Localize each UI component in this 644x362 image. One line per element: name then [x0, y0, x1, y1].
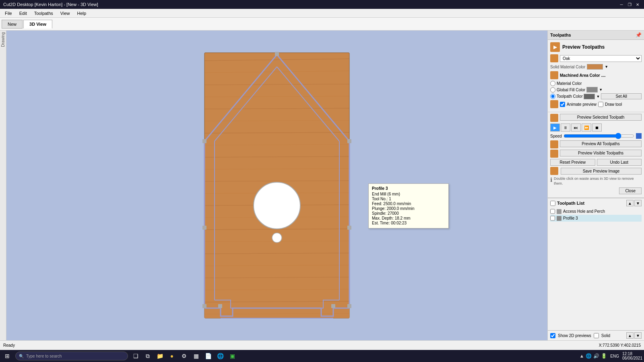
toolpath-color-radio[interactable] [550, 94, 555, 99]
menu-file[interactable]: File [2, 10, 15, 16]
close-row: Close [550, 187, 642, 194]
browser-button[interactable]: 🌐 [215, 351, 225, 361]
tooltip-spindle: Spindle: 27000 [372, 211, 445, 216]
network-icon[interactable]: 🌐 [586, 353, 592, 359]
tooltip-tool-no: Tool No.: 1 [372, 197, 445, 201]
restore-button[interactable]: ❐ [626, 2, 633, 7]
bottom-controls: Show 2D previews Solid ▲ ▼ [548, 330, 644, 340]
preview-visible-icon [550, 150, 558, 158]
info-row: ℹ Double click on waste areas in 3D view… [550, 177, 642, 187]
tooltip-title: Profile 3 [372, 186, 445, 191]
calculator-button[interactable]: ▦ [191, 351, 201, 361]
tab-3d-view[interactable]: 3D View [23, 20, 52, 29]
battery-icon[interactable]: 🔋 [601, 353, 607, 359]
close-button[interactable]: ✕ [634, 2, 641, 7]
animate-checkbox[interactable] [560, 102, 565, 107]
show-2d-checkbox[interactable] [550, 333, 555, 338]
widgets-button[interactable]: ⧉ [142, 351, 153, 361]
bottom-up-button[interactable]: ▲ [626, 332, 634, 339]
taskbar: ⊞ 🔍 Type here to search ❑ ⧉ 📁 ● ⚙ ▦ 📄 🌐 … [0, 350, 644, 362]
material-color-label: Material Color [557, 81, 582, 86]
set-all-button[interactable]: Set All [601, 93, 642, 99]
preview-visible-button[interactable]: Preview Visible Toolpaths [560, 150, 642, 156]
svg-rect-39 [331, 304, 335, 308]
svg-rect-38 [218, 304, 222, 308]
access-hole-icon [557, 209, 561, 214]
solid-checkbox[interactable] [594, 333, 599, 338]
pin-button[interactable]: 📌 [636, 32, 642, 38]
speed-slider[interactable] [564, 133, 634, 139]
solid-color-arrow[interactable]: ▼ [605, 65, 608, 69]
start-button[interactable]: ⊞ [2, 350, 13, 362]
global-fill-arrow[interactable]: ▼ [599, 88, 603, 92]
volume-icon[interactable]: 🔊 [593, 353, 599, 359]
svg-rect-35 [347, 226, 351, 230]
status-bar: Ready X:772.5390 Y:402.0215 [0, 340, 644, 350]
next-button[interactable]: ⏭ [571, 123, 581, 132]
machined-icon [550, 71, 558, 79]
panel-title: Toolpaths [550, 33, 571, 37]
svg-rect-37 [347, 304, 351, 308]
toolpath-color-row: Toolpath Color ▼ Set All [550, 93, 642, 99]
undo-last-button[interactable]: Undo Last [597, 159, 642, 166]
material-color-row: Material Color [550, 81, 642, 86]
stop-button[interactable]: ⏹ [592, 123, 602, 132]
window-controls: ─ ❐ ✕ [618, 2, 641, 7]
end-button[interactable]: ⏩ [582, 123, 591, 132]
preview-selected-button[interactable]: Preview Selected Toolpath [560, 114, 642, 121]
solid-material-color[interactable] [587, 64, 603, 70]
material-icon [550, 54, 558, 62]
save-preview-button[interactable]: Save Preview Image [561, 168, 642, 175]
settings-button[interactable]: ⚙ [179, 351, 189, 361]
bottom-down-button[interactable]: ▼ [634, 332, 642, 339]
menu-edit[interactable]: Edit [16, 10, 30, 16]
drawing-label[interactable]: Drawing [1, 32, 5, 47]
toolpath-color-arrow[interactable]: ▼ [596, 95, 600, 99]
animate-icon [550, 100, 558, 108]
minimize-button[interactable]: ─ [618, 2, 625, 7]
global-fill-label: Global Fill Color [557, 88, 585, 92]
reset-preview-button[interactable]: Reset Preview [550, 159, 595, 166]
play-button[interactable]: ▶ [550, 123, 560, 132]
pause-button[interactable]: ⏸ [561, 123, 570, 132]
all-toolpaths-checkbox[interactable] [550, 201, 555, 206]
taskbar-up-icon[interactable]: ▲ [579, 353, 584, 359]
canvas-area[interactable]: Profile 3 End Mill (6 mm) Tool No.: 1 Fe… [6, 31, 547, 340]
preview-all-button[interactable]: Preview All Toolpaths [560, 140, 642, 147]
svg-rect-36 [202, 304, 206, 308]
task-view-button[interactable]: ❑ [130, 351, 141, 361]
toolpath-item-access-hole[interactable]: Access Hole and Perch [550, 208, 642, 215]
chrome-button[interactable]: ● [167, 351, 177, 361]
menu-help[interactable]: Help [74, 10, 89, 16]
menu-toolpaths[interactable]: Toolpaths [31, 10, 56, 16]
toolpath-color-box[interactable] [584, 94, 595, 99]
svg-rect-32 [202, 139, 206, 143]
toolpath-item-profile3[interactable]: Profile 3 [550, 215, 642, 222]
status-text: Ready [3, 343, 15, 348]
access-hole-checkbox[interactable] [550, 209, 555, 214]
global-fill-radio[interactable] [550, 87, 555, 93]
preview-all-icon [550, 140, 558, 148]
files-button[interactable]: 📄 [203, 351, 213, 361]
menu-view[interactable]: View [57, 10, 73, 16]
material-color-radio[interactable] [550, 81, 555, 86]
green-app-button[interactable]: ▣ [227, 351, 237, 361]
file-explorer-button[interactable]: 📁 [155, 351, 165, 361]
profile3-checkbox[interactable] [550, 216, 555, 221]
move-up-button[interactable]: ▲ [626, 200, 634, 206]
playback-section: Preview Selected Toolpath ▶ ⏸ ⏭ ⏩ ⏹ Spee… [548, 112, 644, 198]
list-controls: ▲ ▼ [626, 200, 642, 206]
profile3-icon [557, 216, 561, 221]
draw-tool-checkbox[interactable] [598, 102, 603, 107]
global-fill-color[interactable] [586, 87, 598, 93]
lang-indicator[interactable]: ENG [610, 354, 619, 358]
move-down-button[interactable]: ▼ [634, 200, 642, 206]
panel-header: Toolpaths 📌 [548, 31, 644, 40]
search-bar[interactable]: 🔍 Type here to search [15, 352, 128, 360]
tab-new[interactable]: New [2, 20, 23, 29]
close-button[interactable]: Close [619, 187, 642, 194]
draw-tool-label: Draw tool [605, 102, 622, 107]
left-sidebar: Drawing [0, 31, 6, 340]
material-select[interactable]: Oak Pine MDF [560, 55, 642, 62]
info-text: Double click on waste areas in 3D view t… [554, 177, 642, 186]
